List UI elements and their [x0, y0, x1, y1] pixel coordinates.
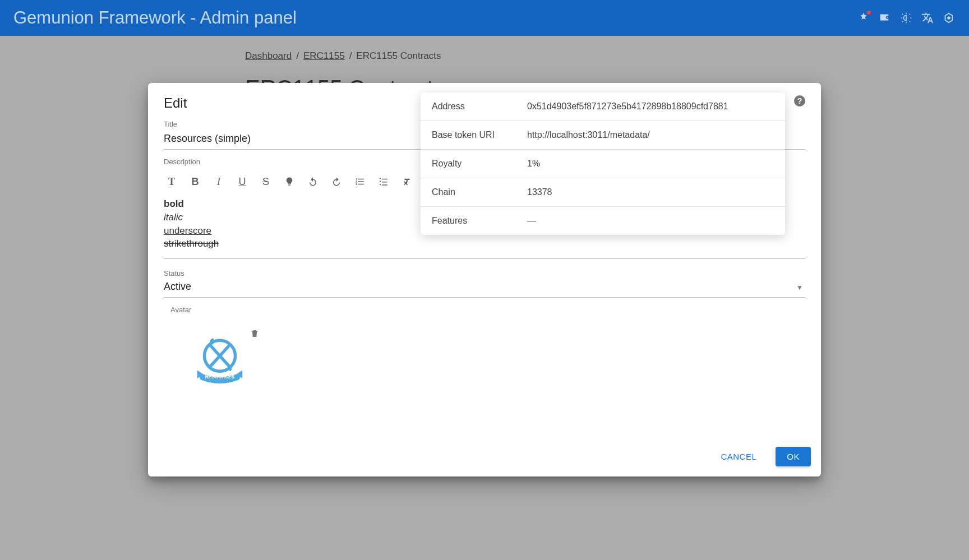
notification-dot-icon: [867, 11, 871, 15]
list-unordered-icon[interactable]: [376, 174, 391, 189]
avatar-image[interactable]: RESOURCES: [186, 327, 253, 395]
status-field[interactable]: Status Active ▼: [164, 269, 805, 298]
header-icons: [857, 11, 956, 25]
chevron-down-icon: ▼: [796, 284, 803, 291]
font-icon[interactable]: T: [164, 174, 179, 189]
list-ordered-icon[interactable]: [352, 174, 368, 189]
highlight-icon[interactable]: [282, 174, 297, 189]
avatar-box: RESOURCES: [164, 327, 265, 395]
editor-strike-sample: strikethrough: [164, 238, 219, 249]
undo-icon[interactable]: [305, 174, 321, 189]
wallet-icon[interactable]: [878, 11, 892, 25]
info-row-address: Address 0x51d4903ef5f871273e5b4172898b18…: [421, 92, 785, 121]
app-title: Gemunion Framework - Admin panel: [13, 8, 297, 28]
settings-hex-icon[interactable]: [942, 11, 956, 25]
ok-button[interactable]: OK: [776, 447, 811, 466]
info-row-base-uri: Base token URI http://localhost:3011/met…: [421, 121, 785, 150]
redo-icon[interactable]: [329, 174, 344, 189]
editor-italic-sample: italic: [164, 212, 183, 223]
trash-icon[interactable]: [250, 328, 259, 341]
translate-icon[interactable]: [921, 11, 934, 25]
editor-underscore-sample: underscore: [164, 225, 211, 236]
strike-icon[interactable]: S: [258, 174, 274, 189]
network-icon[interactable]: [857, 11, 870, 25]
status-value: Active: [164, 280, 805, 293]
status-label: Status: [164, 269, 805, 277]
info-popover: Address 0x51d4903ef5f871273e5b4172898b18…: [421, 92, 785, 235]
bold-icon[interactable]: B: [187, 174, 203, 189]
italic-icon[interactable]: I: [211, 174, 227, 189]
theme-icon[interactable]: [899, 11, 913, 25]
dialog-title: Edit: [164, 95, 187, 111]
dialog-footer: CANCEL OK: [148, 439, 821, 476]
avatar-label: Avatar: [164, 306, 805, 314]
cancel-button[interactable]: CANCEL: [709, 447, 768, 466]
svg-text:RESOURCES: RESOURCES: [205, 374, 235, 379]
underline-icon[interactable]: U: [234, 174, 250, 189]
info-row-chain: Chain 13378: [421, 178, 785, 207]
app-header: Gemunion Framework - Admin panel: [0, 0, 969, 36]
help-icon[interactable]: ?: [794, 95, 805, 107]
info-row-royalty: Royalty 1%: [421, 150, 785, 178]
info-row-features: Features —: [421, 207, 785, 235]
avatar-field: Avatar RESOURCES: [164, 306, 805, 395]
editor-bold-sample: bold: [164, 198, 184, 209]
clear-format-icon[interactable]: [399, 174, 415, 189]
